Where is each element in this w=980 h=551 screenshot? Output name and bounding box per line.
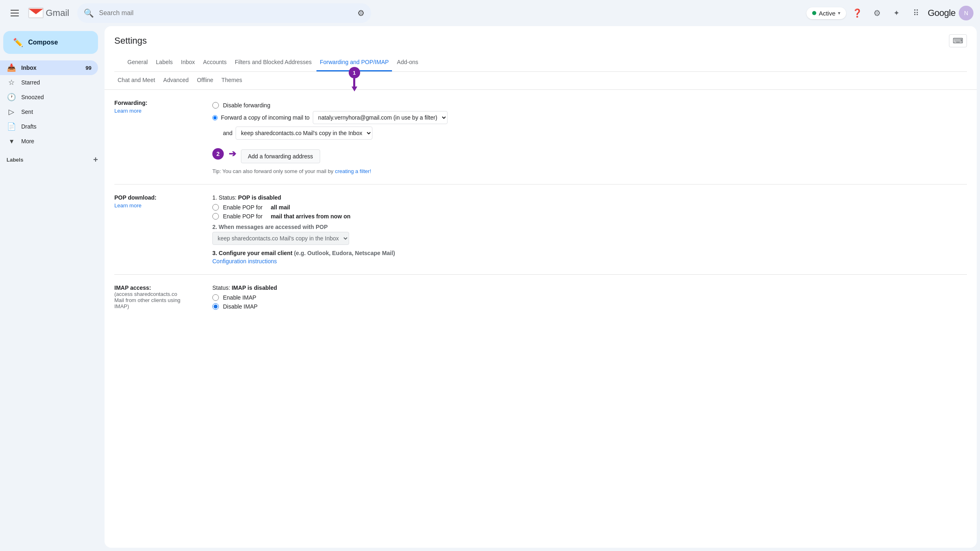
forwarding-label: Forwarding: — [114, 100, 196, 106]
imap-disable-row: Disable IMAP — [212, 303, 967, 310]
forward-action-row: and keep sharedcontacts.co Mail's copy i… — [223, 127, 967, 140]
more-label: More — [21, 138, 91, 144]
gemini-button[interactable]: ✦ — [889, 5, 905, 21]
imap-enable-radio[interactable] — [212, 294, 219, 301]
pop-all-radio[interactable] — [212, 204, 219, 211]
gear-icon: ⚙ — [873, 8, 881, 18]
inbox-icon: 📥 — [7, 63, 16, 72]
pop-now-bold: mail that arrives from now on — [271, 213, 350, 220]
tab-themes[interactable]: Themes — [218, 72, 245, 89]
tab-advanced[interactable]: Advanced — [160, 72, 192, 89]
more-icon: ▾ — [7, 137, 16, 146]
active-status-badge[interactable]: Active ▾ — [806, 7, 846, 19]
configure-heading: 3. Configure your email client (e.g. Out… — [212, 250, 967, 256]
hamburger-menu[interactable] — [7, 5, 23, 21]
tab-forwarding[interactable]: Forwarding and POP/IMAP 1 — [316, 54, 392, 71]
sidebar-item-snoozed[interactable]: 🕐 Snoozed — [0, 90, 98, 104]
tab-accounts[interactable]: Accounts — [200, 54, 230, 71]
keyboard-icon[interactable]: ⌨ — [949, 34, 967, 47]
disable-forwarding-radio[interactable] — [212, 102, 219, 109]
tip-prefix: Tip: You can also forward only some of y… — [212, 168, 334, 174]
tab-inbox[interactable]: Inbox — [178, 54, 198, 71]
pop-when-heading: 2. When messages are accessed with POP — [212, 224, 967, 230]
tab-addons[interactable]: Add-ons — [394, 54, 421, 71]
gemini-icon: ✦ — [893, 9, 900, 18]
imap-sub3: IMAP) — [114, 303, 196, 309]
labels-heading: Labels — [7, 157, 23, 163]
tab-chat[interactable]: Chat and Meet — [114, 72, 158, 89]
add-label-button[interactable]: + — [93, 155, 98, 164]
sidebar-item-sent[interactable]: ▷ Sent — [0, 104, 98, 119]
pop-now-radio[interactable] — [212, 213, 219, 220]
imap-disable-radio[interactable] — [212, 303, 219, 310]
settings-panel: Settings ⌨ General Labels Inbox Accounts — [105, 26, 977, 548]
pop-learn-more[interactable]: Learn more — [114, 202, 196, 209]
sidebar-item-drafts[interactable]: 📄 Drafts — [0, 119, 98, 134]
avatar[interactable]: N — [959, 6, 973, 20]
topbar: Gmail 🔍 ⚙ Active ▾ ❓ ⚙ ✦ ⠿ Google N — [0, 0, 980, 26]
pop-status-prefix: 1. Status: — [212, 194, 238, 201]
imap-status-value: IMAP is disabled — [232, 284, 277, 291]
gmail-logo: Gmail — [28, 7, 69, 19]
config-instructions-link[interactable]: Configuration instructions — [212, 258, 967, 264]
sidebar: ✏️ Compose 📥 Inbox 99 ☆ Starred 🕐 Snooze… — [0, 26, 105, 551]
forwarding-section: Forwarding: Learn more Disable forwardin… — [114, 90, 967, 184]
help-button[interactable]: ❓ — [849, 5, 866, 21]
apps-button[interactable]: ⠿ — [908, 5, 924, 21]
forwarding-tip: Tip: You can also forward only some of y… — [212, 168, 967, 174]
imap-sub1: (access sharedcontacts.co — [114, 291, 196, 297]
pop-all-row: Enable POP for all mail — [212, 204, 967, 211]
search-input[interactable] — [99, 9, 352, 17]
pop-section: POP download: Learn more 1. Status: POP … — [114, 184, 967, 275]
settings-button[interactable]: ⚙ — [869, 5, 885, 21]
step2-arrow: ➔ — [229, 149, 236, 159]
imap-disable-label: Disable IMAP — [223, 303, 258, 310]
settings-title-row: Settings ⌨ — [114, 34, 967, 47]
search-icon: 🔍 — [84, 8, 94, 18]
imap-enable-row: Enable IMAP — [212, 294, 967, 301]
send-icon: ▷ — [7, 107, 16, 116]
creating-filter-link[interactable]: creating a filter! — [335, 168, 371, 174]
drafts-icon: 📄 — [7, 122, 16, 131]
clock-icon: 🕐 — [7, 93, 16, 102]
search-filter-icon[interactable]: ⚙ — [357, 8, 365, 18]
disable-forwarding-label: Disable forwarding — [223, 102, 270, 109]
main-layout: ✏️ Compose 📥 Inbox 99 ☆ Starred 🕐 Snooze… — [0, 26, 980, 551]
forward-email-select[interactable]: nataly.vernyhora@gmail.com (in use by a … — [313, 111, 448, 124]
pop-now-row: Enable POP for mail that arrives from no… — [212, 213, 967, 220]
forward-prefix-label: Forward a copy of incoming mail to — [221, 114, 310, 121]
sidebar-item-inbox[interactable]: 📥 Inbox 99 — [0, 60, 98, 75]
tab-general[interactable]: General — [124, 54, 151, 71]
imap-enable-label: Enable IMAP — [223, 294, 256, 301]
gmail-text: Gmail — [46, 8, 69, 18]
imap-status: Status: IMAP is disabled — [212, 284, 967, 291]
inbox-count: 99 — [86, 65, 91, 71]
compose-button[interactable]: ✏️ Compose — [3, 31, 98, 54]
tab-labels[interactable]: Labels — [153, 54, 176, 71]
imap-section: IMAP access: (access sharedcontacts.co M… — [114, 275, 967, 322]
forward-copy-radio[interactable] — [212, 115, 218, 120]
sidebar-item-more[interactable]: ▾ More — [0, 134, 98, 149]
pop-label-col: POP download: Learn more — [114, 194, 196, 264]
add-forwarding-address-button[interactable]: Add a forwarding address — [241, 149, 320, 163]
forwarding-options: Disable forwarding Forward a copy of inc… — [212, 100, 967, 174]
pop-all-label: Enable POP for — [223, 204, 263, 211]
imap-label-col: IMAP access: (access sharedcontacts.co M… — [114, 284, 196, 312]
pop-all-bold: all mail — [271, 204, 290, 211]
tab-offline[interactable]: Offline — [194, 72, 216, 89]
pop-status: 1. Status: POP is disabled — [212, 194, 967, 201]
imap-sub2: Mail from other clients using — [114, 297, 196, 303]
sidebar-item-starred[interactable]: ☆ Starred — [0, 75, 98, 90]
imap-label: IMAP access: — [114, 284, 196, 291]
settings-tabs-row2: Chat and Meet Advanced Offline Themes — [105, 72, 977, 90]
tab-filters[interactable]: Filters and Blocked Addresses — [232, 54, 315, 71]
apps-icon: ⠿ — [913, 8, 919, 18]
forwarding-learn-more[interactable]: Learn more — [114, 108, 196, 114]
compose-label: Compose — [28, 39, 58, 46]
settings-body: Forwarding: Learn more Disable forwardin… — [105, 90, 977, 322]
pop-now-label: Enable POP for — [223, 213, 263, 220]
forward-action-select[interactable]: keep sharedcontacts.co Mail's copy in th… — [236, 127, 372, 140]
star-icon: ☆ — [7, 78, 16, 87]
pop-when-select[interactable]: keep sharedcontacts.co Mail's copy in th… — [212, 232, 349, 245]
search-bar: 🔍 ⚙ — [77, 3, 371, 23]
